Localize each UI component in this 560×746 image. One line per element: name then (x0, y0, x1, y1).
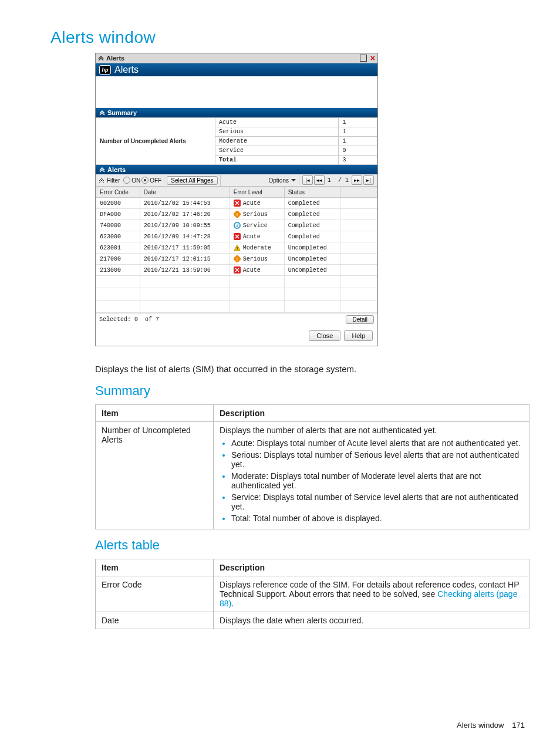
cell-level: !Moderate (230, 242, 284, 254)
cell-code: 623000 (96, 231, 140, 242)
col-date[interactable]: Date (140, 187, 230, 198)
table-row[interactable]: 6020002010/12/02 15:44:53AcuteCompleted (96, 198, 377, 209)
hp-logo-icon: hp (99, 65, 111, 75)
cell-date: 2010/12/17 12:01:15 (140, 254, 230, 265)
chevron-up-icon (99, 177, 104, 183)
table-row[interactable]: 7400002010/12/09 10:09:55iServiceComplet… (96, 220, 377, 231)
cell-code: 213000 (96, 265, 140, 276)
page-total: 1 (345, 177, 349, 184)
acute-icon (234, 200, 241, 207)
col-spacer (340, 187, 377, 198)
table-row[interactable]: DFA0002010/12/02 17:46:20!SeriousComplet… (96, 209, 377, 220)
alerts-panel-label: Alerts (107, 166, 126, 173)
table-row[interactable]: 2130002010/12/21 13:59:06AcuteUncomplete… (96, 265, 377, 276)
cell-code: 623001 (96, 242, 140, 254)
options-label: Options (268, 177, 288, 184)
col-error-code[interactable]: Error Code (96, 187, 140, 198)
alerts-doc-table: ItemDescription Error CodeDisplays refer… (95, 559, 529, 629)
bullet-item: Serious: Displays total number of Seriou… (231, 450, 523, 469)
chevron-up-icon (99, 110, 105, 116)
alerts-grid: Error Code Date Error Level Status 60200… (96, 187, 377, 313)
summary-count: 1 (339, 118, 377, 127)
filter-on-radio[interactable] (123, 177, 130, 184)
col-error-level[interactable]: Error Level (230, 187, 284, 198)
bullet-item: Moderate: Displays total number of Moder… (231, 471, 523, 490)
cell-status: Completed (284, 231, 340, 242)
table-row (96, 276, 377, 288)
cell-status: Uncompleted (284, 242, 340, 254)
page-prev-button[interactable]: ◂◂ (314, 175, 325, 185)
close-button[interactable]: Close (309, 330, 340, 341)
checking-alerts-link[interactable]: Checking alerts (page 88) (220, 589, 517, 608)
summary-table: Number of Uncompleted Alerts Acute1 Seri… (96, 117, 377, 165)
footer-page: 171 (512, 721, 525, 730)
cell-level: Acute (230, 198, 284, 209)
table-row[interactable]: 2170002010/12/17 12:01:15!SeriousUncompl… (96, 254, 377, 265)
summary-doc-table: ItemDescription Number of Uncompleted Al… (95, 404, 529, 529)
alerts-panel-header[interactable]: Alerts (96, 165, 377, 174)
summary-heading: Summary (95, 383, 525, 399)
cell-code: 740000 (96, 220, 140, 231)
service-icon: i (234, 222, 241, 229)
cell-level: !Serious (230, 254, 284, 265)
th-desc: Description (214, 559, 529, 576)
page-next-button[interactable]: ▸▸ (352, 175, 362, 185)
summary-level: Moderate (215, 137, 339, 146)
summary-row-label: Number of Uncompleted Alerts (96, 118, 215, 165)
brand-bar: hp Alerts (96, 63, 377, 76)
filter-off-label: OFF (150, 177, 161, 184)
cell-level: iService (230, 220, 284, 231)
select-all-pages-button[interactable]: Select All Pages (167, 176, 217, 185)
td-desc: Displays reference code of the SIM. For … (214, 576, 529, 612)
cell-date: 2010/12/09 10:09:55 (140, 220, 230, 231)
summary-count: 3 (339, 156, 377, 165)
th-desc: Description (214, 405, 529, 422)
footer-title: Alerts window (457, 721, 504, 730)
help-button[interactable]: Help (344, 330, 373, 341)
summary-level: Acute (215, 118, 339, 127)
options-dropdown[interactable]: Options (266, 176, 299, 185)
desc-lead: Displays the number of alerts that are n… (220, 426, 437, 435)
cell-status: Completed (284, 220, 340, 231)
bullet-item: Acute: Displays total number of Acute le… (231, 438, 523, 448)
page-title: Alerts window (50, 28, 525, 47)
col-status[interactable]: Status (284, 187, 340, 198)
filter-label: Filter (107, 177, 120, 184)
table-row[interactable]: 6230002010/12/09 14:47:28AcuteCompleted (96, 231, 377, 242)
acute-icon (234, 266, 241, 274)
filter-on-label: ON (131, 177, 140, 184)
summary-panel-header[interactable]: Summary (96, 108, 377, 117)
svg-text:i: i (235, 223, 238, 228)
td-desc: Displays the number of alerts that are n… (214, 422, 529, 529)
summary-level: Total (215, 156, 339, 165)
bullet-item: Total: Total number of above is displaye… (231, 514, 523, 523)
cell-level: !Serious (230, 209, 284, 220)
td-item: Date (96, 612, 214, 629)
table-row[interactable]: 6230012010/12/17 11:59:05!ModerateUncomp… (96, 242, 377, 254)
selected-count: 0 (134, 316, 138, 323)
page-footer: Alerts window 171 (457, 721, 525, 730)
alerts-heading: Alerts table (95, 538, 525, 553)
cell-date: 2010/12/17 11:59:05 (140, 242, 230, 254)
chevron-up-icon (99, 167, 105, 173)
maximize-icon[interactable] (360, 55, 367, 62)
acute-icon (234, 233, 241, 240)
detail-button[interactable]: Detail (346, 315, 374, 324)
svg-text:!: ! (235, 256, 238, 262)
page-first-button[interactable]: |◂ (302, 175, 313, 185)
alerts-toolbar: Filter ON OFF Select All Pages Options |… (96, 174, 377, 187)
cell-date: 2010/12/02 17:46:20 (140, 209, 230, 220)
close-icon[interactable]: × (370, 55, 375, 61)
svg-text:!: ! (235, 212, 238, 217)
page-last-button[interactable]: ▸| (363, 175, 374, 185)
caption-text: Displays the list of alerts (SIM) that o… (95, 364, 525, 374)
total-count: 7 (156, 316, 159, 323)
summary-count: 1 (339, 127, 377, 137)
filter-off-radio[interactable] (141, 177, 149, 184)
cell-code: DFA000 (96, 209, 140, 220)
cell-status: Uncompleted (284, 254, 340, 265)
cell-code: 217000 (96, 254, 140, 265)
svg-text:!: ! (236, 247, 238, 251)
window-buttons: Close Help (96, 326, 377, 346)
td-item: Error Code (96, 576, 214, 612)
